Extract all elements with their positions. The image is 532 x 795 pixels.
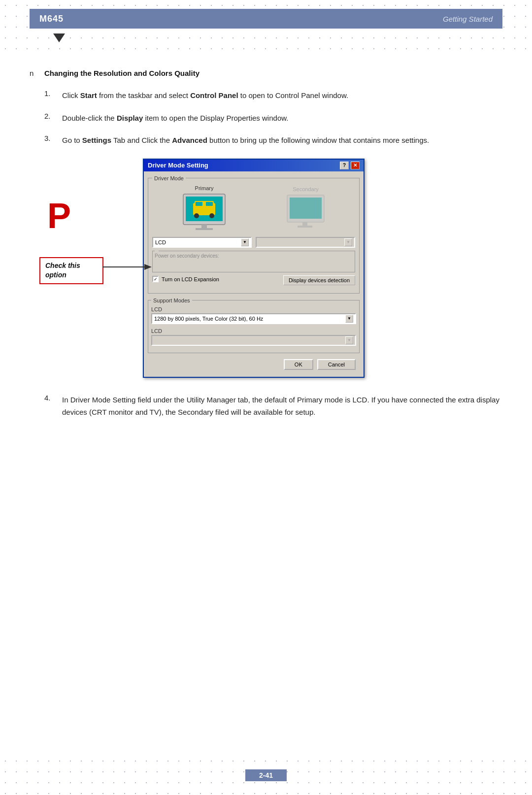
section-title: Changing the Resolution and Colors Quali…	[44, 69, 200, 77]
lcd-sub2-dropdown[interactable]: ▼	[151, 335, 356, 346]
svg-rect-8	[196, 202, 202, 206]
dropdown-row: LCD ▼ ▼	[152, 237, 355, 248]
resolution-dropdown[interactable]: 1280 by 800 pixels, True Color (32 bit),…	[151, 313, 356, 324]
monitor-row: Primary	[152, 185, 355, 234]
watermark-p: P	[47, 198, 71, 233]
step-1: 1. Click Start from the taskbar and sele…	[44, 89, 502, 102]
dialog-titlebar: Driver Mode Setting ? ✕	[144, 160, 364, 171]
lcd-expansion-checkbox[interactable]: ✓	[152, 276, 159, 282]
section-heading: n Changing the Resolution and Colors Qua…	[30, 69, 502, 77]
svg-rect-10	[201, 225, 207, 229]
support-modes-legend: Support Modes	[151, 298, 192, 303]
svg-rect-15	[298, 226, 312, 228]
step-1-number: 1.	[44, 89, 54, 98]
step-4-text: In Driver Mode Setting field under the U…	[62, 394, 502, 419]
dialog-titlebar-buttons: ? ✕	[340, 162, 360, 169]
lcd-expansion-label: Turn on LCD Expansion	[162, 276, 219, 282]
svg-point-6	[209, 213, 214, 218]
check-callout-line1: Check this	[45, 262, 80, 269]
svg-rect-13	[290, 198, 322, 219]
header-bar: M645 Getting Started	[30, 9, 502, 29]
power-label: Power on secondary devices:	[155, 253, 219, 259]
lcd-dropdown-arrow: ▼	[241, 238, 249, 246]
secondary-monitor-wrapper: Secondary	[285, 186, 327, 232]
dialog-title: Driver Mode Setting	[148, 162, 208, 169]
dialog-action-buttons: OK Cancel	[148, 357, 360, 373]
lcd-dropdown[interactable]: LCD ▼	[152, 237, 252, 248]
step-3-number: 3.	[44, 134, 54, 142]
cancel-button[interactable]: Cancel	[317, 359, 356, 370]
dialog-container: Check this option P Driver Mode Setting …	[44, 159, 502, 378]
secondary-label: Secondary	[285, 186, 327, 192]
driver-mode-dialog: Driver Mode Setting ? ✕ Driver Mode Prim…	[143, 159, 365, 378]
svg-marker-1	[144, 264, 152, 270]
step-3-text: Go to Settings Tab and Click the Advance…	[62, 134, 429, 147]
step-4-inner: 4. In Driver Mode Setting field under th…	[44, 394, 502, 419]
step-2: 2. Double-click the Display item to open…	[44, 112, 502, 125]
svg-point-5	[194, 213, 199, 218]
lcd-sub1-label: LCD	[151, 306, 356, 312]
primary-monitor-wrapper: Primary	[181, 185, 228, 234]
detect-button[interactable]: Display devices detection	[283, 275, 355, 285]
svg-rect-11	[196, 228, 213, 230]
bullet-n: n	[30, 69, 38, 77]
dialog-close-button[interactable]: ✕	[351, 162, 360, 169]
step-3: 3. Go to Settings Tab and Click the Adva…	[44, 134, 502, 147]
dialog-body: Driver Mode Primary	[144, 171, 364, 377]
step-2-text: Double-click the Display item to open th…	[62, 112, 288, 125]
ok-button[interactable]: OK	[284, 359, 313, 370]
lcd-expansion-row: ✓ Turn on LCD Expansion	[152, 276, 219, 282]
check-callout-line2: option	[45, 271, 66, 279]
header-section: Getting Started	[443, 15, 493, 23]
driver-mode-group: Driver Mode Primary	[148, 175, 360, 294]
primary-label: Primary	[181, 185, 228, 191]
step-4-number: 4.	[44, 394, 54, 402]
dialog-help-button[interactable]: ?	[340, 162, 349, 169]
steps-list: 1. Click Start from the taskbar and sele…	[44, 89, 502, 147]
power-group: Power on secondary devices:	[152, 251, 355, 272]
page-number: 2-41	[245, 769, 287, 781]
step-4: 4. In Driver Mode Setting field under th…	[44, 394, 502, 419]
secondary-dropdown[interactable]: ▼	[256, 237, 355, 248]
section-arrow	[53, 33, 65, 42]
primary-monitor-svg	[181, 193, 228, 232]
lcd-sub2-label: LCD	[151, 328, 356, 334]
step-2-number: 2.	[44, 112, 54, 120]
support-modes-group: Support Modes LCD 1280 by 800 pixels, Tr…	[148, 298, 360, 353]
step-1-text: Click Start from the taskbar and select …	[62, 89, 348, 102]
resolution-dropdown-arrow: ▼	[345, 315, 353, 323]
resolution-value: 1280 by 800 pixels, True Color (32 bit),…	[154, 316, 263, 322]
callout-arrow-svg	[102, 260, 152, 274]
secondary-monitor-svg	[285, 194, 327, 231]
driver-mode-legend: Driver Mode	[152, 175, 186, 181]
svg-rect-14	[302, 222, 307, 226]
secondary-dropdown-arrow: ▼	[344, 238, 352, 246]
svg-rect-9	[206, 202, 213, 206]
lcd-sub2-dropdown-arrow: ▼	[345, 336, 353, 344]
main-content: n Changing the Resolution and Colors Qua…	[30, 59, 502, 756]
callout-arrow	[102, 260, 152, 276]
check-callout: Check this option	[39, 257, 103, 284]
header-model: M645	[39, 14, 64, 24]
